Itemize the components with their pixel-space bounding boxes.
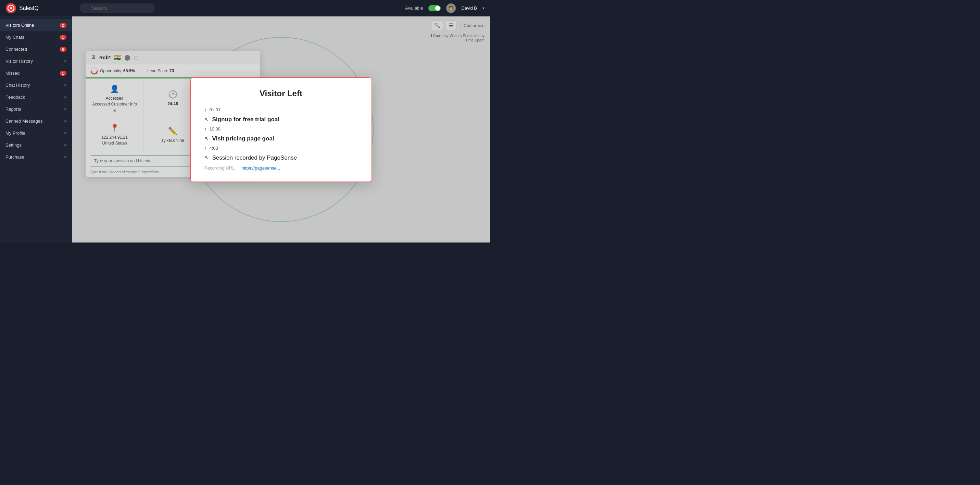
sidebar-dot (64, 108, 67, 110)
sidebar-dot (64, 132, 67, 134)
sidebar-dot (64, 96, 67, 98)
sidebar-item-chat-history[interactable]: Chat History (0, 79, 72, 91)
modal-overlay: Visitor Left ↑ 01:01 ↖ Signup for free t… (72, 16, 490, 242)
session-text: Session recorded by PageSense (212, 155, 297, 161)
sidebar-dot (64, 60, 67, 62)
availability-toggle[interactable] (428, 5, 441, 11)
main-content: 🔍 ☰ | Customize ℹ Currently Visitors Pri… (72, 16, 490, 242)
timeline-arrow-3: ↑ 4:03 (204, 144, 358, 153)
search-wrapper: 🔍 (80, 3, 258, 13)
available-label: Available (405, 5, 423, 11)
sidebar-item-visitors-online[interactable]: Visitors Online2 (0, 19, 72, 31)
sidebar-badge: 1 (60, 71, 67, 76)
cursor-icon-3: ↖ (204, 155, 209, 161)
sidebar-dot (64, 156, 67, 158)
sidebar-item-feedback[interactable]: Feedback (0, 91, 72, 103)
user-dropdown-arrow[interactable]: ▾ (482, 6, 485, 11)
sidebar: Visitors Online2My Chats1Connected6Visit… (0, 16, 72, 242)
sidebar-item-my-profile[interactable]: My Profile (0, 127, 72, 139)
timeline-time-3: 4:03 (210, 145, 218, 151)
timeline-session: ↖ Session recorded by PageSense (204, 153, 358, 163)
recording-label: Recording URL (204, 166, 235, 171)
timeline-time-1: 01:01 (210, 107, 221, 112)
sidebar-item-label: Visitor History (5, 59, 33, 64)
logo-text: SalesIQ (19, 5, 39, 11)
sidebar-item-label: Missed (5, 70, 19, 76)
sidebar-item-label: Canned Messages (5, 118, 43, 124)
sidebar-item-missed[interactable]: Missed1 (0, 67, 72, 79)
sidebar-item-visitor-history[interactable]: Visitor History (0, 55, 72, 67)
salesiq-logo-icon (5, 3, 16, 14)
sidebar-item-label: My Chats (5, 35, 24, 40)
sidebar-dot (64, 120, 67, 122)
logo-area: SalesIQ (5, 3, 74, 14)
nav-right: Available 🧑 David B ▾ (405, 3, 485, 13)
timeline-arrow-1: ↑ 01:01 (204, 105, 358, 115)
sidebar-item-label: Visitors Online (5, 22, 34, 28)
search-input[interactable] (80, 3, 155, 13)
sidebar-item-label: Connected (5, 46, 27, 52)
svg-point-2 (10, 7, 12, 9)
cursor-icon-1: ↖ (204, 116, 209, 123)
timeline-time-2: 10:08 (210, 126, 221, 131)
sidebar-item-reports[interactable]: Reports (0, 103, 72, 115)
arrow-up-icon-2: ↑ (204, 126, 207, 132)
sidebar-item-label: Reports (5, 107, 21, 112)
top-navbar: SalesIQ 🔍 Available 🧑 David B ▾ (0, 0, 490, 16)
sidebar-item-label: Feedback (5, 94, 25, 100)
sidebar-item-my-chats[interactable]: My Chats1 (0, 31, 72, 43)
cursor-icon-2: ↖ (204, 135, 209, 142)
recording-url[interactable]: https://pagesense.... (242, 166, 282, 171)
sidebar-item-settings[interactable]: Settings (0, 139, 72, 151)
timeline-goal-2: ↖ Visit pricing page goal (204, 134, 358, 144)
arrow-up-icon-3: ↑ (204, 145, 207, 151)
sidebar-badge: 1 (60, 35, 67, 40)
sidebar-item-canned-messages[interactable]: Canned Messages (0, 115, 72, 127)
sidebar-item-label: Purchase (5, 155, 24, 160)
sidebar-item-connected[interactable]: Connected6 (0, 43, 72, 55)
sidebar-item-label: Chat History (5, 83, 30, 88)
modal-title: Visitor Left (204, 89, 358, 98)
avatar: 🧑 (446, 3, 456, 13)
sidebar-item-label: My Profile (5, 131, 25, 136)
arrow-up-icon-1: ↑ (204, 107, 207, 113)
goal-text-1: Signup for free trial goal (212, 116, 279, 123)
sidebar-item-label: Settings (5, 142, 22, 148)
recording-colon: : (237, 166, 239, 171)
sidebar-badge: 6 (60, 47, 67, 52)
recording-row: Recording URL : https://pagesense.... (204, 166, 358, 171)
app-body: Visitors Online2My Chats1Connected6Visit… (0, 16, 490, 242)
goal-text-2: Visit pricing page goal (212, 135, 274, 142)
visitor-left-modal: Visitor Left ↑ 01:01 ↖ Signup for free t… (190, 77, 372, 182)
user-name: David B (461, 5, 477, 11)
sidebar-dot (64, 84, 67, 86)
timeline-goal-1: ↖ Signup for free trial goal (204, 115, 358, 124)
timeline-arrow-2: ↑ 10:08 (204, 124, 358, 134)
modal-timeline: ↑ 01:01 ↖ Signup for free trial goal ↑ 1… (204, 105, 358, 171)
sidebar-badge: 2 (60, 23, 67, 28)
sidebar-dot (64, 144, 67, 146)
sidebar-item-purchase[interactable]: Purchase (0, 151, 72, 163)
